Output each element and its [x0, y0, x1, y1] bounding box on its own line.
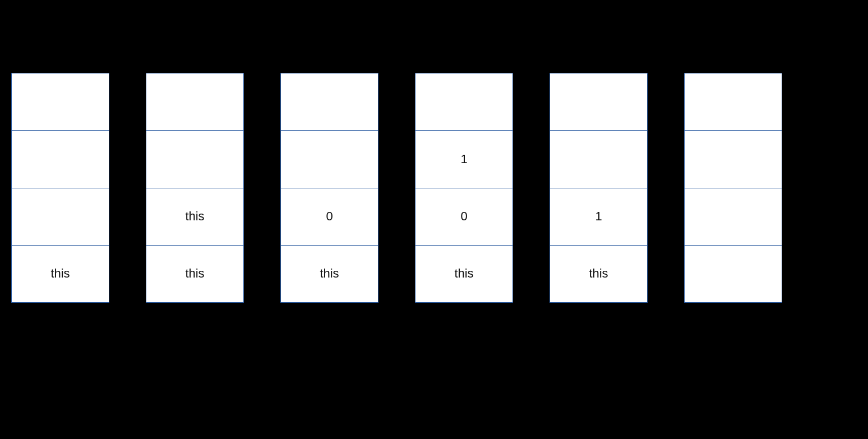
card-6	[684, 73, 782, 303]
card-5-row-2	[550, 131, 647, 188]
card-3-row-3: 0	[281, 188, 378, 246]
card-1-row-1	[12, 73, 109, 131]
card-2-row-1	[146, 73, 243, 131]
card-6-row-1	[685, 73, 782, 131]
card-5-row-4: this	[550, 246, 647, 302]
card-2-row-4: this	[146, 246, 243, 302]
card-4-row-3: 0	[415, 188, 513, 246]
card-4-row-4: this	[415, 246, 513, 302]
card-3-row-1	[281, 73, 378, 131]
card-3-row-2	[281, 131, 378, 188]
card-4-row-2: 1	[415, 131, 513, 188]
card-1-row-3	[12, 188, 109, 246]
card-5: 1this	[550, 73, 648, 303]
card-4-row-1	[415, 73, 513, 131]
card-1: this	[11, 73, 109, 303]
card-2: thisthis	[146, 73, 244, 303]
card-6-row-2	[685, 131, 782, 188]
card-1-row-2	[12, 131, 109, 188]
card-6-row-3	[685, 188, 782, 246]
card-6-row-4	[685, 246, 782, 302]
card-2-row-2	[146, 131, 243, 188]
cards-container: thisthisthis0this10this1this	[11, 73, 782, 303]
card-1-row-4: this	[12, 246, 109, 302]
card-2-row-3: this	[146, 188, 243, 246]
card-3-row-4: this	[281, 246, 378, 302]
card-3: 0this	[280, 73, 378, 303]
card-4: 10this	[415, 73, 513, 303]
card-5-row-3: 1	[550, 188, 647, 246]
card-5-row-1	[550, 73, 647, 131]
